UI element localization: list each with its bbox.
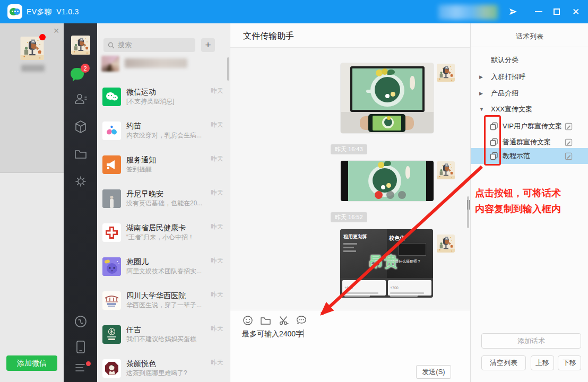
- phone-icon[interactable]: [64, 340, 97, 354]
- congquaner-icon: [102, 257, 121, 276]
- chat-item-kengee[interactable]: 仟吉我们不建议给妈妈买蛋糕 昨天: [97, 317, 230, 351]
- chat-item-service-notice[interactable]: 服务通知签到提醒 昨天: [97, 147, 230, 181]
- group-product-intro[interactable]: ▶产品介绍: [471, 86, 588, 101]
- menu-icon[interactable]: [64, 363, 97, 372]
- poster-headline-left: 租用更划算: [343, 233, 367, 240]
- chat-item-yuemiao[interactable]: 约苗内衣没穿对，乳房会生病... 昨天: [97, 114, 230, 147]
- chat-item-congquaner[interactable]: 葱圈儿阿里文娱技术团队春招实... 昨天: [97, 249, 230, 283]
- chat-item-huaxi-hospital[interactable]: 四川大学华西医院华西医生说，穿了一辈子... 昨天: [97, 283, 230, 317]
- card-close-icon[interactable]: ✕: [53, 27, 59, 35]
- wechat-sport-icon: [102, 88, 121, 106]
- app-title: EV多聊 V1.0.3: [27, 7, 79, 17]
- file-folder-icon[interactable]: [260, 315, 271, 326]
- menu-notification-dot: [86, 361, 91, 366]
- emoji-icon[interactable]: [242, 315, 253, 326]
- caret-down-icon[interactable]: ▼: [479, 107, 485, 112]
- camera-button-graphic: [398, 191, 406, 199]
- chayan-icon: [102, 359, 121, 378]
- message-input[interactable]: 最多可输入2400字: [242, 329, 304, 339]
- app-version: V1.0.3: [56, 7, 79, 16]
- chat-item-danni[interactable]: 丹尼早晚安没有英语基础，也能在20... 昨天: [97, 181, 230, 215]
- panel-resize-handle[interactable]: [467, 200, 472, 210]
- chat-badge: 2: [81, 64, 90, 73]
- chat-list-scrollbar[interactable]: [227, 57, 229, 81]
- conversation-header: 文件传输助手: [230, 23, 471, 48]
- edit-icon[interactable]: [565, 138, 573, 146]
- move-up-button[interactable]: 上移: [531, 355, 554, 370]
- gear-icon[interactable]: [64, 175, 97, 188]
- group-promo-copy[interactable]: ▼XXX宣传文案: [471, 102, 588, 117]
- category-default[interactable]: 默认分类: [471, 53, 588, 67]
- letterbox-right: [426, 161, 434, 201]
- chat-list-panel: 搜索 + 微信运动[不支持类型消息] 昨天 约苗内衣没穿对，乳房会生病... 昨…: [97, 23, 230, 382]
- scissors-icon[interactable]: [278, 315, 289, 326]
- red-cross-icon: [102, 223, 121, 242]
- redacted-name: [125, 58, 187, 68]
- minimize-button[interactable]: [529, 0, 549, 23]
- maximize-icon: [554, 8, 560, 15]
- group-greeting[interactable]: ▶入群打招呼: [471, 70, 588, 84]
- message-avatar[interactable]: [437, 161, 455, 179]
- chat-item-wechat-sport[interactable]: 微信运动[不支持类型消息] 昨天: [97, 80, 230, 114]
- folder-icon[interactable]: [64, 149, 97, 159]
- chat-rows: 微信运动[不支持类型消息] 昨天 约苗内衣没穿对，乳房会生病... 昨天 服务通…: [97, 80, 230, 382]
- quick-reply-icon[interactable]: [296, 315, 307, 326]
- record-button-graphic: [375, 191, 383, 199]
- add-script-button[interactable]: 添加话术: [481, 333, 581, 349]
- phone-graphic: [368, 114, 405, 132]
- account-panel: ✕ 添加微信: [0, 23, 64, 382]
- screen-button-graphic: [386, 191, 394, 199]
- titlebar: EV多聊 V1.0.3 ✕: [0, 0, 588, 23]
- chat-item-redacted[interactable]: [97, 54, 230, 79]
- highlight-box: [484, 115, 501, 166]
- letterbox-left: [341, 161, 348, 201]
- timestamp-badge: 昨天 16:52: [331, 212, 367, 222]
- search-icon: [108, 42, 115, 49]
- miniprogram-icon[interactable]: [64, 315, 97, 328]
- script-panel-title: 话术列表: [471, 32, 588, 41]
- redacted-avatar: [101, 56, 119, 72]
- account-avatar[interactable]: [20, 37, 44, 60]
- add-chat-button[interactable]: +: [201, 38, 215, 52]
- sidebar-avatar[interactable]: [71, 36, 90, 55]
- close-button[interactable]: ✕: [566, 0, 586, 23]
- chat-item-health-card[interactable]: 湖南省居民健康卡“王者”归来，小心中招！ 昨天: [97, 215, 230, 249]
- danni-photo-icon: [102, 189, 121, 208]
- app-logo-icon: [7, 4, 22, 19]
- megaphone-icon: [102, 155, 121, 174]
- add-wechat-button[interactable]: 添加微信: [6, 355, 57, 371]
- search-input[interactable]: 搜索: [103, 38, 195, 52]
- close-icon: ✕: [572, 7, 580, 16]
- annotation-text: 点击按钮，可将话术 内容复制到输入框内: [475, 185, 586, 217]
- timestamp-badge: 昨天 16:43: [331, 144, 367, 154]
- message-avatar[interactable]: [437, 64, 455, 82]
- clear-list-button[interactable]: 清空列表: [481, 355, 526, 370]
- huaxi-icon: [102, 291, 121, 310]
- message-image-3[interactable]: 租用更划算 校色仪 还做什么摄影师？ 昂贵 +600 +700: [340, 229, 433, 298]
- send-button[interactable]: 发送(S): [416, 365, 451, 379]
- caret-right-icon[interactable]: ▶: [479, 91, 485, 96]
- notification-dot: [39, 34, 46, 40]
- caret-right-icon[interactable]: ▶: [479, 74, 485, 80]
- message-image-1[interactable]: [341, 63, 434, 133]
- message-image-2[interactable]: [341, 161, 434, 201]
- account-card: ✕: [0, 23, 64, 173]
- chat-item-chayan[interactable]: 茶颜悦色这茶到底哪里难喝了? 昨天: [97, 351, 230, 382]
- edit-icon[interactable]: [565, 123, 573, 131]
- poster-headline-right: 校色仪: [389, 235, 405, 242]
- monitor-graphic: [350, 66, 425, 112]
- conversation-panel: 文件传输助手 昨天: [230, 23, 470, 382]
- script-list-panel: 话术列表 默认分类 ▶入群打招呼 ▶产品介绍 ▼XXX宣传文案 VIP用户群宣传…: [470, 23, 588, 382]
- script-panel-header: 话术列表: [471, 23, 588, 47]
- poster-card-right: +700: [388, 280, 431, 296]
- app-name: EV多聊: [27, 7, 52, 16]
- paper-plane-icon[interactable]: [503, 0, 523, 23]
- maximize-button[interactable]: [547, 0, 567, 23]
- kengee-icon: [102, 325, 121, 344]
- minimize-icon: [535, 11, 542, 12]
- edit-icon[interactable]: [565, 152, 573, 160]
- contacts-icon[interactable]: [64, 92, 97, 105]
- move-down-button[interactable]: 下移: [558, 355, 581, 370]
- message-avatar[interactable]: [437, 235, 455, 253]
- cube-icon[interactable]: [64, 120, 97, 134]
